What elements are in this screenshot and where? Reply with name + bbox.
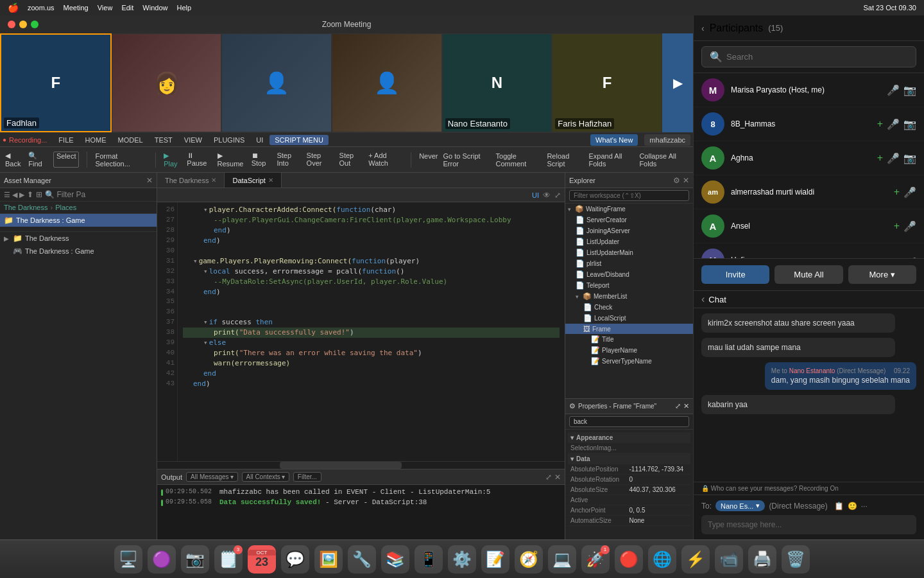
exp-server-creator[interactable]: 📄ServerCreator	[565, 215, 693, 225]
app-menu-help[interactable]: Help	[176, 4, 191, 12]
tree-item-darkness-game[interactable]: 📁 The Darkness : Game	[0, 214, 157, 227]
menu-script[interactable]: SCRIPT MENU	[270, 135, 329, 145]
chat-more-icon[interactable]: ···	[861, 502, 868, 511]
exp-frame[interactable]: 🖼Frame	[565, 324, 693, 334]
all-contexts-filter[interactable]: All Contexts ▾	[242, 472, 289, 482]
chat-to-tag[interactable]: Nano Es... ▾	[715, 500, 765, 511]
play-btn[interactable]: ▶ Play	[164, 152, 182, 168]
appearance-section[interactable]: ▾Appearance	[568, 432, 690, 443]
dock-trash[interactable]: 🗑️	[782, 545, 810, 574]
upload-icon[interactable]: ⬆	[27, 190, 33, 199]
menu-file[interactable]: FILE	[53, 135, 78, 145]
toolbar-back-btn[interactable]: ◀ Back	[5, 152, 23, 168]
properties-close-icon[interactable]: ✕	[683, 402, 689, 410]
exp-joining-server[interactable]: 📄JoiningAServer	[565, 225, 693, 236]
menu-view[interactable]: VIEW	[179, 135, 207, 145]
next-participant-button[interactable]: ▶	[662, 33, 693, 132]
reload-script-btn[interactable]: Reload Script	[547, 152, 583, 168]
video-tile-1[interactable]: 👩	[112, 33, 222, 132]
stop-btn[interactable]: ⏹ Stop	[252, 152, 272, 168]
dock-safari[interactable]: 🧭	[515, 545, 543, 574]
properties-search-input[interactable]	[569, 416, 689, 427]
video-tile-nano[interactable]: N Nano Estananto	[442, 33, 552, 132]
tab-close-datascript[interactable]: ✕	[268, 177, 273, 184]
explorer-close[interactable]: ✕	[683, 176, 689, 185]
video-icon-hammas[interactable]: 📷	[903, 118, 916, 130]
properties-settings-icon[interactable]: ⚙	[569, 402, 576, 410]
menu-test[interactable]: TEST	[150, 135, 178, 145]
chat-emoji-icon[interactable]: 🙂	[848, 502, 857, 511]
code-content-area[interactable]: 262728293031323334353637383940414243 ▾pl…	[157, 202, 565, 461]
h-scrollbar[interactable]	[157, 461, 565, 469]
add-icon-hammas[interactable]: +	[877, 118, 883, 130]
dock-printer[interactable]: 🖨️	[748, 545, 776, 574]
tree-item-darkness-sub[interactable]: 🎮 The Darkness : Game	[0, 245, 157, 258]
never-break-item[interactable]: Never	[419, 152, 438, 168]
step-out-btn[interactable]: Step Out	[339, 152, 364, 168]
exp-server-type[interactable]: 📝ServerTypeName	[565, 356, 693, 367]
app-menu-window[interactable]: Window	[142, 4, 167, 12]
dock-messages[interactable]: 💬	[281, 545, 309, 574]
tab-datascript[interactable]: DataScript ✕	[225, 173, 281, 188]
dock-battery[interactable]: ⚡	[681, 545, 710, 574]
video-tile-faris[interactable]: F Faris Hafizhan	[552, 33, 662, 132]
app-menu-meeting[interactable]: Meeting	[64, 4, 89, 12]
tab-close-darkness[interactable]: ✕	[211, 177, 216, 184]
asset-nav-controls[interactable]: ☰ ◀ ▶	[4, 191, 24, 199]
dock-photos[interactable]: 🖼️	[314, 545, 343, 574]
video-icon-marisa[interactable]: 📷	[903, 84, 916, 96]
dock-browser[interactable]: 🌐	[648, 545, 676, 574]
resume-btn[interactable]: ▶ Resume	[218, 152, 246, 168]
mic-muted-almerrashad[interactable]: 🎤	[903, 186, 916, 198]
dock-toolbox[interactable]: 🔧	[348, 545, 376, 574]
dock-terminal[interactable]: 💻	[548, 545, 576, 574]
close-button[interactable]	[8, 21, 15, 28]
all-messages-filter[interactable]: All Messages ▾	[186, 472, 237, 482]
exp-title[interactable]: 📝Title	[565, 334, 693, 345]
mic-muted-aghna[interactable]: 🎤	[887, 152, 900, 164]
exp-member-list[interactable]: ▾📦MemberList	[565, 291, 693, 302]
app-menu-edit[interactable]: Edit	[121, 4, 133, 12]
chat-input[interactable]: Type message here...	[701, 515, 916, 534]
format-btn[interactable]: Format Selection...	[95, 152, 148, 168]
exp-plrlist[interactable]: 📄plrlist	[565, 258, 693, 269]
dock-transporter[interactable]: 🚀 1	[581, 545, 610, 574]
exp-waiting-frame[interactable]: ▾📦WaitingFrame	[565, 204, 693, 215]
menu-model[interactable]: MODEL	[113, 135, 148, 145]
dock-system-prefs[interactable]: ⚙️	[448, 545, 476, 574]
exp-list-updater[interactable]: 📄ListUpdater	[565, 236, 693, 247]
menu-home[interactable]: HOME	[80, 135, 112, 145]
output-filter-input[interactable]: Filter...	[293, 472, 321, 482]
expand-btn[interactable]: ⤢	[554, 191, 561, 200]
output-close-btn[interactable]: ✕	[554, 473, 561, 482]
exp-list-updater-main[interactable]: 📄ListUpdaterMain	[565, 247, 693, 258]
toggle-comment-btn[interactable]: Toggle Comment	[496, 152, 542, 168]
video-off-aghna[interactable]: 📷	[903, 152, 916, 164]
dock-appstore[interactable]: 📱	[415, 545, 443, 574]
filter-icon[interactable]: 🔍 Filter Pa	[45, 190, 85, 199]
dock-finder[interactable]: 🖥️	[114, 545, 142, 574]
explorer-settings[interactable]: ⚙	[673, 176, 680, 185]
toolbar-select-btn[interactable]: Select	[53, 152, 80, 168]
add-watch-btn[interactable]: + Add Watch	[368, 152, 403, 168]
video-tile-3[interactable]: 👤	[332, 33, 442, 132]
collapse-participants-icon[interactable]: ‹	[701, 23, 705, 33]
menu-ui[interactable]: UI	[251, 135, 268, 145]
mute-all-button[interactable]: Mute All	[774, 265, 843, 284]
explorer-filter-input[interactable]	[569, 190, 689, 201]
toolbar-find-btn[interactable]: 🔍 Find	[28, 152, 48, 168]
exp-leave-disband[interactable]: 📄Leave/Disband	[565, 269, 693, 280]
chat-copy-icon[interactable]: 📋	[834, 502, 844, 511]
add-icon-aghna[interactable]: +	[877, 152, 883, 164]
tree-item-darkness[interactable]: ▶ 📁 The Darkness	[0, 232, 157, 245]
data-section[interactable]: ▾Data	[568, 453, 690, 464]
maximize-button[interactable]	[31, 21, 38, 28]
search-input[interactable]	[726, 52, 908, 62]
view-btn[interactable]: 👁	[543, 191, 551, 200]
dock-launchpad[interactable]: 🟣	[148, 545, 176, 574]
menu-plugins[interactable]: PLUGINS	[209, 135, 250, 145]
go-to-script-btn[interactable]: Go to Script Error	[443, 152, 491, 168]
dock-zoom[interactable]: 📹	[715, 545, 743, 574]
invite-button[interactable]: Invite	[701, 265, 769, 284]
more-button[interactable]: More ▾	[848, 265, 916, 284]
